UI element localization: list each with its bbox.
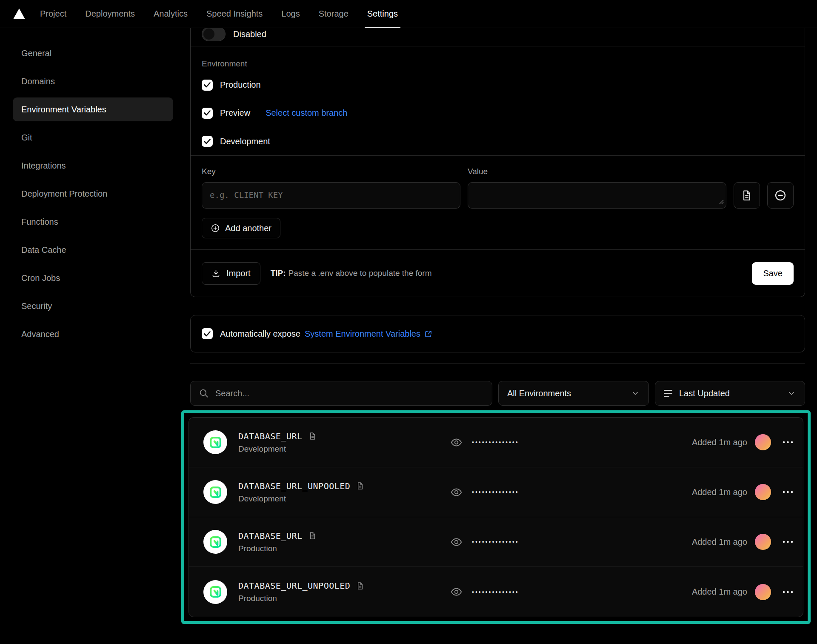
environment-section-label: Environment — [202, 59, 247, 68]
add-another-button[interactable]: Add another — [202, 218, 280, 238]
toggle-knob — [203, 29, 214, 40]
nav-item-label: Storage — [319, 9, 349, 19]
row-actions-menu[interactable] — [782, 490, 794, 494]
checkbox-checked[interactable] — [202, 108, 213, 119]
environment-checkbox-row: Production — [202, 71, 805, 99]
environment-checkbox-label: Production — [220, 80, 261, 90]
checkbox-checked[interactable] — [202, 80, 213, 91]
check-icon — [204, 331, 211, 337]
system-env-variables-link[interactable]: System Environment Variables — [305, 329, 420, 339]
neon-integration-icon — [203, 430, 227, 454]
reveal-eye-icon[interactable] — [450, 536, 463, 548]
row-actions-menu[interactable] — [782, 540, 794, 544]
nav-item[interactable]: Deployments — [85, 0, 135, 28]
sidebar-item[interactable]: Git — [13, 126, 173, 149]
env-variable-meta: Added 1m ago — [692, 534, 794, 550]
user-avatar — [755, 584, 771, 600]
sidebar-item[interactable]: Integrations — [13, 154, 173, 177]
environment-checkbox-list: Production Preview Select custom bran — [202, 71, 794, 155]
plus-circle-icon — [211, 223, 220, 233]
download-icon — [211, 269, 220, 278]
added-timestamp: Added 1m ago — [692, 438, 747, 447]
sidebar-item-label: Domains — [21, 77, 55, 86]
sort-value: Last Updated — [679, 389, 730, 398]
sidebar-item[interactable]: Environment Variables — [13, 97, 173, 121]
nav-item[interactable]: Analytics — [154, 0, 188, 28]
tip-text: TIP:Paste a .env above to populate the f… — [271, 269, 432, 278]
env-variable-value: •••••••••••••• — [450, 586, 519, 598]
chevron-down-icon — [787, 389, 796, 398]
nav-item[interactable]: Storage — [319, 0, 349, 28]
sidebar-item[interactable]: Cron Jobs — [13, 266, 173, 290]
search-icon — [198, 388, 209, 399]
search-input[interactable] — [190, 381, 492, 406]
remove-row-button[interactable] — [767, 182, 794, 209]
filter-row: All Environments Last Updated — [190, 381, 805, 406]
sidebar-item-label: Functions — [21, 217, 58, 227]
checkbox-checked[interactable] — [202, 136, 213, 147]
masked-value: •••••••••••••• — [472, 439, 519, 446]
sidebar-item[interactable]: Domains — [13, 69, 173, 93]
sidebar-item[interactable]: General — [13, 41, 173, 65]
sidebar-item[interactable]: Security — [13, 294, 173, 318]
divider — [190, 364, 805, 364]
vercel-logo[interactable] — [13, 0, 26, 28]
environment-filter-value: All Environments — [507, 389, 571, 398]
note-icon — [308, 432, 317, 441]
minus-circle-icon — [774, 189, 787, 202]
sidebar-item-label: Advanced — [21, 329, 59, 339]
env-variable-identity: DATABASE_URL_UNPOOLED — [203, 480, 450, 504]
tip-bold: TIP: — [271, 269, 286, 278]
sidebar-item[interactable]: Data Cache — [13, 238, 173, 262]
env-variable-key: DATABASE_URL — [238, 431, 303, 441]
nav-item-label: Analytics — [154, 9, 188, 19]
reveal-eye-icon[interactable] — [450, 586, 463, 598]
expose-checkbox[interactable] — [202, 328, 213, 339]
masked-value: •••••••••••••• — [472, 538, 519, 545]
env-variable-row: DATABASE_URL_UNPOOLED — [189, 467, 803, 517]
reveal-eye-icon[interactable] — [450, 486, 463, 498]
row-actions-menu[interactable] — [782, 440, 794, 444]
nav-item-label: Speed Insights — [206, 9, 263, 19]
resize-grip-icon[interactable] — [719, 198, 724, 206]
nav-item[interactable]: Logs — [281, 0, 300, 28]
highlight-annotation-box: DATABASE_URL Devel — [181, 410, 811, 624]
save-button[interactable]: Save — [752, 262, 794, 285]
disabled-toggle-label: Disabled — [233, 29, 266, 39]
value-input[interactable] — [468, 182, 726, 209]
environment-checkbox-label: Development — [220, 137, 270, 146]
add-another-label: Add another — [225, 223, 271, 233]
environment-checkbox-row: Preview Select custom branch — [202, 99, 805, 127]
key-input[interactable] — [202, 182, 460, 209]
sidebar-item[interactable]: Functions — [13, 210, 173, 234]
added-timestamp: Added 1m ago — [692, 537, 747, 547]
row-actions-menu[interactable] — [782, 590, 794, 594]
env-variable-key: DATABASE_URL_UNPOOLED — [238, 481, 350, 491]
reveal-eye-icon[interactable] — [450, 436, 463, 449]
disabled-toggle[interactable] — [202, 28, 226, 41]
env-variable-key: DATABASE_URL_UNPOOLED — [238, 581, 350, 591]
neon-integration-icon — [203, 580, 227, 604]
environment-filter-dropdown[interactable]: All Environments — [498, 381, 649, 406]
env-variable-identity: DATABASE_URL Produ — [203, 530, 450, 554]
sidebar-item[interactable]: Deployment Protection — [13, 182, 173, 206]
top-nav: Project Deployments Analytics Speed Insi… — [0, 0, 817, 28]
note-icon — [308, 531, 317, 540]
paste-env-file-button[interactable] — [734, 182, 760, 209]
env-variable-meta: Added 1m ago — [692, 484, 794, 500]
sidebar-item[interactable]: Advanced — [13, 322, 173, 346]
import-button[interactable]: Import — [202, 262, 260, 285]
env-variable-environment: Development — [238, 444, 317, 454]
select-custom-branch-link[interactable]: Select custom branch — [266, 108, 347, 118]
neon-integration-icon — [203, 480, 227, 504]
sidebar-item-label: Environment Variables — [21, 105, 106, 114]
nav-item[interactable]: Settings — [367, 0, 398, 28]
nav-item[interactable]: Project — [40, 0, 66, 28]
masked-value: •••••••••••••• — [472, 589, 519, 595]
form-footer: Import TIP:Paste a .env above to populat… — [191, 250, 805, 297]
sort-dropdown[interactable]: Last Updated — [655, 381, 805, 406]
env-variable-environment: Production — [238, 544, 317, 553]
env-variables-list: DATABASE_URL Devel — [189, 417, 803, 617]
nav-item[interactable]: Speed Insights — [206, 0, 263, 28]
user-avatar — [755, 434, 771, 450]
